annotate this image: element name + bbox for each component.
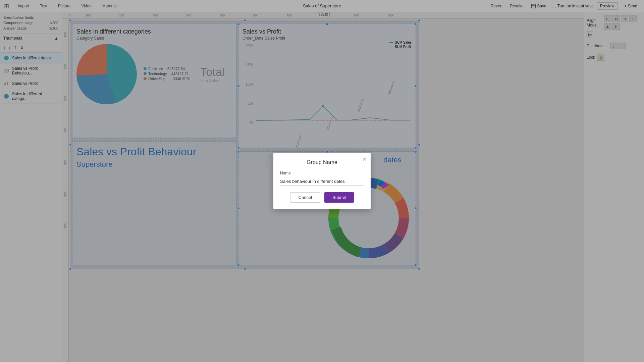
cancel-btn[interactable]: Cancel <box>290 192 320 203</box>
modal-overlay[interactable]: ✕ Group Name Name Cancel Submit <box>0 0 644 362</box>
modal-buttons: Cancel Submit <box>280 192 364 203</box>
name-label: Name <box>280 171 364 175</box>
modal-title: Group Name <box>280 159 364 165</box>
group-name-modal: ✕ Group Name Name Cancel Submit <box>273 153 371 209</box>
submit-btn[interactable]: Submit <box>324 192 354 203</box>
group-name-input[interactable] <box>280 177 364 186</box>
modal-close-btn[interactable]: ✕ <box>362 156 367 162</box>
